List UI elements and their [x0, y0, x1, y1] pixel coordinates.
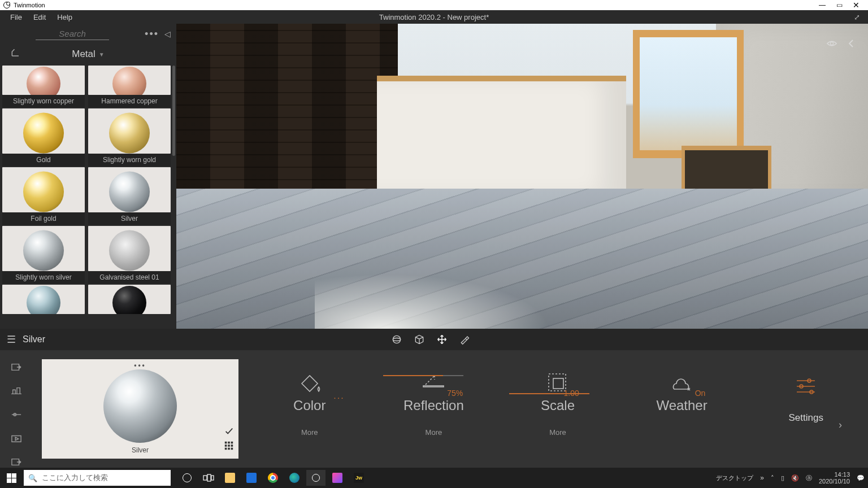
- maximize-button[interactable]: ▭: [831, 1, 848, 9]
- material-label: Slightly worn gold: [88, 154, 171, 166]
- param-color[interactable]: ... Color More: [248, 371, 372, 437]
- app-icon-1[interactable]: [328, 470, 347, 486]
- param-settings[interactable]: Settings ›: [744, 371, 868, 424]
- material-label: Gold: [2, 154, 85, 166]
- scale-value[interactable]: 1.00: [564, 389, 579, 398]
- outlook-icon[interactable]: [242, 470, 261, 486]
- orbit-icon[interactable]: [390, 333, 403, 346]
- scale-more[interactable]: More: [549, 428, 566, 437]
- svg-rect-20: [207, 474, 211, 481]
- svg-rect-11: [228, 448, 230, 450]
- visibility-icon[interactable]: [826, 38, 837, 51]
- taskview-icon[interactable]: [199, 470, 218, 486]
- cortana-icon[interactable]: [177, 470, 197, 486]
- battery-icon[interactable]: ▯: [781, 474, 784, 482]
- material-label: Silver: [88, 212, 171, 225]
- app-icon-2[interactable]: Jw: [349, 470, 368, 486]
- nature-slider-icon[interactable]: [10, 409, 23, 420]
- param-scale[interactable]: 1.00 Scale More: [496, 371, 620, 437]
- svg-rect-4: [225, 442, 227, 444]
- material-label: Hammered copper: [88, 95, 171, 107]
- viewport[interactable]: [176, 24, 868, 329]
- svg-point-1: [393, 336, 400, 343]
- menu-icon[interactable]: ☰: [7, 333, 16, 346]
- app-logo-icon: [3, 2, 10, 8]
- settings-chevron-icon: ›: [839, 419, 842, 431]
- material-thumb[interactable]: Silver: [88, 167, 171, 225]
- library-options-icon[interactable]: •••: [145, 28, 159, 40]
- color-more-dots[interactable]: ...: [333, 391, 344, 401]
- preview-sphere[interactable]: [103, 369, 177, 443]
- twinmotion-taskbar-icon[interactable]: [306, 470, 326, 486]
- preview-options-icon[interactable]: •••: [134, 361, 146, 369]
- material-label: Galvanised steel 01: [88, 271, 171, 284]
- material-thumb[interactable]: Slightly worn silver: [2, 226, 85, 284]
- collapse-right-icon[interactable]: [845, 38, 857, 51]
- app-name: Twinmotion: [14, 2, 45, 8]
- chrome-icon[interactable]: [263, 470, 283, 486]
- color-more[interactable]: More: [301, 428, 318, 437]
- media-icon[interactable]: [10, 433, 23, 444]
- svg-rect-5: [228, 442, 230, 444]
- undock-icon[interactable]: ⤢: [850, 13, 863, 21]
- svg-rect-13: [423, 386, 444, 387]
- material-thumb[interactable]: Hammered copper: [88, 66, 171, 107]
- material-thumb[interactable]: [2, 285, 85, 314]
- export-icon[interactable]: [10, 456, 23, 468]
- reflection-more[interactable]: More: [426, 428, 442, 437]
- dock-sidebar: [0, 350, 33, 468]
- param-reflection[interactable]: 75% Reflection More: [372, 371, 496, 437]
- urban-icon[interactable]: [10, 385, 23, 396]
- svg-rect-7: [225, 445, 227, 447]
- preview-label: Silver: [132, 446, 149, 454]
- dropdown-caret-icon[interactable]: ▼: [99, 51, 105, 58]
- library-search-input[interactable]: [36, 28, 109, 40]
- desktop-label[interactable]: デスクトップ: [716, 474, 753, 482]
- param-weather[interactable]: On Weather: [620, 371, 744, 413]
- reflection-value[interactable]: 75%: [447, 389, 463, 398]
- close-button[interactable]: ✕: [848, 1, 865, 10]
- tray-overflow-icon[interactable]: »: [760, 474, 764, 482]
- start-button[interactable]: [0, 468, 23, 488]
- menu-bar: File Edit Help Twinmotion 2020.2 - New p…: [0, 10, 868, 24]
- back-up-icon[interactable]: [10, 48, 21, 61]
- material-thumb[interactable]: Gold: [2, 108, 85, 166]
- taskbar-search[interactable]: 🔍 ここに入力して検索: [24, 470, 171, 486]
- material-label: Slightly worn silver: [2, 271, 85, 284]
- ime-icon[interactable]: ⓐ: [806, 474, 812, 482]
- weather-icon: [669, 371, 696, 396]
- menu-edit[interactable]: Edit: [28, 13, 51, 21]
- library-category[interactable]: Metal: [72, 49, 96, 60]
- material-thumb[interactable]: [88, 285, 171, 314]
- weather-value[interactable]: On: [695, 389, 706, 398]
- menu-help[interactable]: Help: [51, 13, 78, 21]
- material-thumb[interactable]: Galvanised steel 01: [88, 226, 171, 284]
- svg-rect-6: [231, 442, 233, 444]
- import-icon[interactable]: [10, 361, 23, 373]
- cube-icon[interactable]: [413, 333, 426, 346]
- material-label: Foil gold: [2, 212, 85, 225]
- material-thumb[interactable]: Slightly worn gold: [88, 108, 171, 166]
- collapse-panel-icon[interactable]: ◁: [164, 29, 171, 38]
- reflection-slider[interactable]: [383, 375, 463, 376]
- menu-file[interactable]: File: [5, 13, 28, 21]
- tray-chevron-icon[interactable]: ˄: [771, 474, 774, 482]
- dock: ••• Silver ... Color More 75% Reflection…: [0, 350, 868, 468]
- svg-rect-21: [211, 476, 214, 480]
- material-grid: Slightly worn copperHammered copperGoldS…: [0, 64, 176, 329]
- library-panel: ••• ◁ Metal ▼ Slightly worn copperHammer…: [0, 24, 176, 329]
- notification-icon[interactable]: 💬: [857, 474, 865, 482]
- explorer-icon[interactable]: [220, 470, 240, 486]
- clock[interactable]: 14:13 2020/10/10: [819, 471, 850, 485]
- move-icon[interactable]: [436, 333, 448, 346]
- volume-mute-icon[interactable]: 🔇: [791, 474, 799, 482]
- minimize-button[interactable]: —: [814, 1, 831, 9]
- library-scrollbar[interactable]: [172, 66, 175, 156]
- eyedropper-icon[interactable]: [458, 333, 471, 346]
- material-thumb[interactable]: Slightly worn copper: [2, 66, 85, 107]
- svg-point-2: [393, 338, 400, 341]
- grid-view-icon[interactable]: [224, 441, 234, 453]
- edge-icon[interactable]: [285, 470, 304, 486]
- material-thumb[interactable]: Foil gold: [2, 167, 85, 225]
- apply-icon[interactable]: [224, 426, 234, 438]
